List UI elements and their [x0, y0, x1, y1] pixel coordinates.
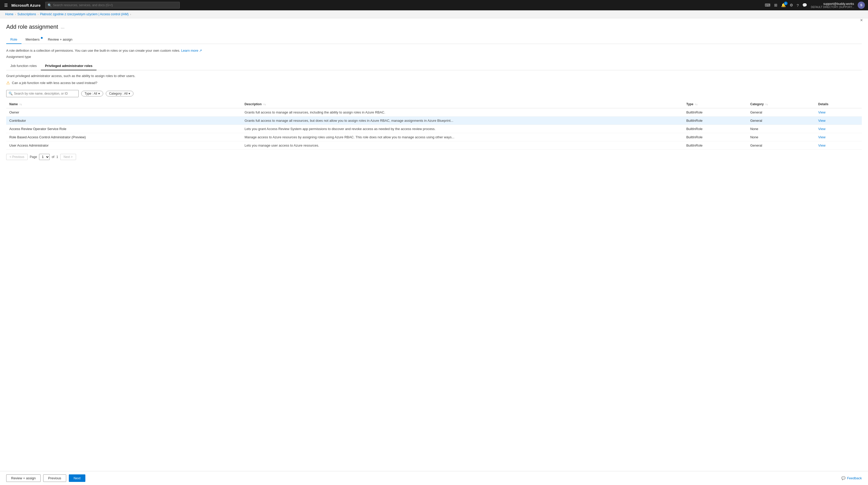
hamburger-menu[interactable]: ☰: [3, 2, 9, 9]
user-info[interactable]: support@buddy.works DEFAULT DIRECTORY (S…: [811, 2, 854, 8]
page-title: Add role assignment: [6, 24, 58, 30]
row-type: BuiltInRole: [683, 116, 747, 125]
view-link[interactable]: View: [818, 119, 826, 123]
review-assign-button[interactable]: Review + assign: [6, 475, 41, 480]
col-category[interactable]: Category ↑↓: [747, 100, 815, 108]
col-name[interactable]: Name ↑↓: [6, 100, 242, 108]
roles-table-container: Name ↑↓ Description ↑↓ Type ↑↓ Category …: [6, 100, 862, 150]
col-type[interactable]: Type ↑↓: [683, 100, 747, 108]
portal-menu-icon[interactable]: ⊞: [774, 3, 777, 7]
tab-members-label: Members: [26, 37, 39, 41]
breadcrumb-home[interactable]: Home: [5, 12, 13, 16]
members-badge: [41, 37, 43, 39]
table-row[interactable]: User Access Administrator Lets you manag…: [6, 141, 862, 150]
search-icon: 🔍: [48, 3, 52, 7]
row-type: BuiltInRole: [683, 141, 747, 150]
desc-sort-icon: ↑↓: [263, 103, 266, 106]
privileged-role-description: Grant privileged administrator access, s…: [6, 74, 862, 78]
main-content: Add role assignment ... × Role Members R…: [0, 18, 868, 480]
col-description[interactable]: Description ↑↓: [242, 100, 683, 108]
of-label: of: [52, 155, 54, 159]
role-tab-privileged[interactable]: Privileged administrator roles: [41, 62, 97, 70]
view-link[interactable]: View: [818, 110, 826, 114]
breadcrumb-sep-1: ›: [15, 13, 16, 16]
row-type: BuiltInRole: [683, 133, 747, 141]
notification-icon[interactable]: 🔔 1: [781, 3, 786, 7]
role-search-box[interactable]: 🔍: [6, 90, 79, 97]
warning-icon: ⚠: [6, 80, 10, 85]
tab-review-assign[interactable]: Review + assign: [44, 35, 76, 44]
warning-text: Can a job function role with less access…: [12, 81, 97, 85]
name-sort-icon: ↑↓: [20, 103, 22, 106]
tab-role-label: Role: [10, 37, 17, 41]
global-search[interactable]: 🔍: [45, 2, 180, 8]
row-name: Owner: [6, 108, 242, 116]
table-row[interactable]: Contributor Grants full access to manage…: [6, 116, 862, 125]
top-navigation: ☰ Microsoft Azure 🔍 ⌨ ⊞ 🔔 1 ⚙ ? 💬 suppor…: [0, 0, 868, 10]
feedback-label: Feedback: [847, 476, 862, 480]
notification-badge: 1: [784, 2, 787, 5]
row-description: Grants full access to manage all resourc…: [242, 108, 683, 116]
category-filter-button[interactable]: Category : All ▾: [106, 91, 133, 96]
next-button[interactable]: Next: [69, 475, 86, 480]
type-sort-icon: ↑↓: [695, 103, 698, 106]
settings-icon[interactable]: ⚙: [789, 3, 793, 7]
role-tab-job-function[interactable]: Job function roles: [6, 62, 41, 70]
feedback-icon: 💬: [841, 476, 845, 480]
row-name: Access Review Operator Service Role: [6, 125, 242, 133]
row-description: Grants full access to manage all resourc…: [242, 116, 683, 125]
feedback-button[interactable]: 💬 Feedback: [841, 476, 862, 480]
breadcrumb: Home › Subscriptions › Płatność zgodnie …: [0, 10, 868, 18]
assignment-type-label: Assignment type: [6, 55, 862, 59]
table-row[interactable]: Access Review Operator Service Role Lets…: [6, 125, 862, 133]
row-category: None: [747, 125, 815, 133]
page-select[interactable]: 1: [39, 154, 50, 160]
row-details[interactable]: View: [815, 133, 862, 141]
tab-members[interactable]: Members: [22, 35, 44, 44]
tab-role[interactable]: Role: [6, 35, 22, 44]
row-details[interactable]: View: [815, 141, 862, 150]
role-type-tabs: Job function roles Privileged administra…: [6, 62, 862, 70]
next-page-button[interactable]: Next >: [60, 154, 76, 160]
prev-page-button[interactable]: < Previous: [6, 154, 28, 160]
breadcrumb-iam[interactable]: Płatność zgodnie z rzeczywistym użyciem …: [40, 12, 129, 16]
row-name: Role Based Access Control Administrator …: [6, 133, 242, 141]
view-link[interactable]: View: [818, 135, 826, 139]
role-description: A role definition is a collection of per…: [6, 48, 862, 53]
view-link[interactable]: View: [818, 127, 826, 131]
table-header-row: Name ↑↓ Description ↑↓ Type ↑↓ Category …: [6, 100, 862, 108]
brand-name: Microsoft Azure: [11, 3, 41, 7]
row-details[interactable]: View: [815, 125, 862, 133]
row-name: User Access Administrator: [6, 141, 242, 150]
help-icon[interactable]: ?: [797, 3, 799, 7]
row-type: BuiltInRole: [683, 108, 747, 116]
col-details: Details: [815, 100, 862, 108]
close-button[interactable]: ×: [860, 18, 863, 23]
breadcrumb-sep-3: ›: [130, 13, 131, 16]
warning-row: ⚠ Can a job function role with less acce…: [6, 80, 862, 85]
previous-button[interactable]: Previous: [43, 475, 66, 480]
main-tabs: Role Members Review + assign: [6, 35, 862, 44]
role-search-input[interactable]: [14, 92, 76, 95]
page-ellipsis[interactable]: ...: [61, 24, 65, 30]
learn-more-link[interactable]: Learn more ↗: [181, 48, 202, 53]
role-tab-privileged-label: Privileged administrator roles: [45, 64, 93, 68]
breadcrumb-sep-2: ›: [37, 13, 38, 16]
row-category: General: [747, 108, 815, 116]
row-details[interactable]: View: [815, 116, 862, 125]
row-details[interactable]: View: [815, 108, 862, 116]
bottom-bar: Review + assign Previous Next 💬 Feedback: [0, 471, 868, 480]
type-filter-button[interactable]: Type : All ▾: [81, 91, 103, 96]
row-description: Manage access to Azure resources by assi…: [242, 133, 683, 141]
cloud-shell-icon[interactable]: ⌨: [765, 3, 771, 7]
table-row[interactable]: Role Based Access Control Administrator …: [6, 133, 862, 141]
category-sort-icon: ↑↓: [765, 103, 768, 106]
row-type: BuiltInRole: [683, 125, 747, 133]
feedback-icon[interactable]: 💬: [802, 3, 807, 7]
avatar[interactable]: S: [858, 2, 865, 9]
pagination: < Previous Page 1 of 1 Next >: [6, 154, 862, 160]
breadcrumb-subscriptions[interactable]: Subscriptions: [17, 12, 36, 16]
view-link[interactable]: View: [818, 143, 826, 148]
table-row[interactable]: Owner Grants full access to manage all r…: [6, 108, 862, 116]
global-search-input[interactable]: [53, 3, 178, 7]
